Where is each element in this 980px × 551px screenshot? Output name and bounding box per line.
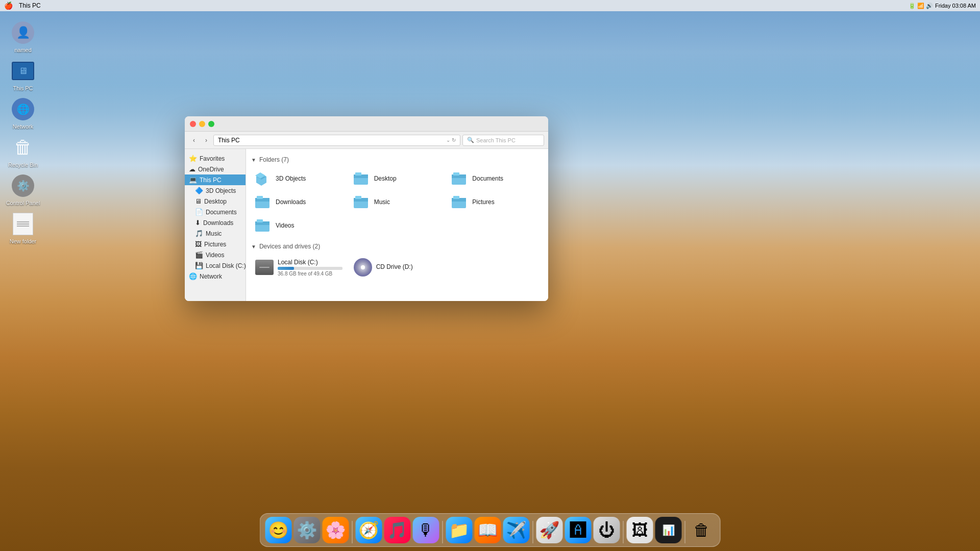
drive-item-cdd[interactable]: CD Drive (D:) [350, 255, 445, 280]
sidebar-item-thispc-label: This PC [200, 177, 222, 184]
svg-rect-8 [453, 172, 459, 176]
documents-sidebar-icon: 📄 [195, 208, 203, 216]
desktop-icon-network-label: Network [13, 123, 33, 130]
dock-icon-finder[interactable]: 😊 [265, 517, 292, 543]
forward-button[interactable]: › [201, 135, 211, 145]
network-sidebar-icon: 🌐 [189, 272, 197, 280]
desktop-icon-recycle[interactable]: 🗑 Recycle Bin [5, 135, 41, 168]
dock-icon-preview[interactable]: 🖼 [627, 517, 653, 543]
sidebar-item-music[interactable]: 🎵 Music [185, 228, 246, 239]
dock-icon-launchpad[interactable]: 🌸 [323, 517, 349, 543]
sidebar-item-videos[interactable]: 🎬 Videos [185, 249, 246, 260]
folder-item-documents[interactable]: Documents [448, 168, 543, 189]
folders-section-header[interactable]: ▼ Folders (7) [251, 156, 543, 163]
sidebar-item-downloads[interactable]: ⬇ Downloads [185, 217, 246, 228]
window-minimize-button[interactable] [199, 121, 205, 127]
folders-grid: 3D Objects Desktop Documents [251, 168, 543, 236]
folder-item-videos[interactable]: Videos [251, 215, 347, 236]
window-body: ⭐ Favorites ☁ OneDrive 💻 This PC 🔷 3D Ob… [185, 149, 548, 301]
dock-icon-siri[interactable]: 🎙 [413, 517, 439, 543]
power-icon: ⏻ [599, 521, 615, 540]
dock-icon-settings[interactable]: ⚙️ [294, 517, 321, 543]
menubar-right: 🔋 📶 🔊 Friday 03:08 AM [909, 3, 976, 9]
testflight-icon: ✈️ [506, 520, 527, 540]
sidebar-item-network[interactable]: 🌐 Network [185, 271, 246, 282]
folder-name-videos: Videos [276, 222, 294, 229]
svg-rect-17 [453, 196, 459, 199]
videos-sidebar-icon: 🎬 [195, 251, 203, 259]
user-icon: 👤 [11, 20, 35, 45]
sidebar-item-documents[interactable]: 📄 Documents [185, 207, 246, 217]
thispc-sidebar-icon: 💻 [189, 176, 197, 184]
sidebar-item-pictures[interactable]: 🖼 Pictures [185, 239, 246, 249]
dock-icon-files[interactable]: 📁 [446, 517, 473, 543]
onedrive-icon: ☁ [189, 165, 195, 173]
drive-bar-fill-localc [278, 267, 294, 270]
dock-icon-music[interactable]: 🎵 [384, 517, 411, 543]
main-content: ▼ Folders (7) 3D Objects [246, 149, 548, 301]
desktop-icon-recycle-label: Recycle Bin [8, 162, 38, 168]
dock-icon-testflight[interactable]: ✈️ [503, 517, 530, 543]
dock-icon-power[interactable]: ⏻ [594, 517, 620, 543]
folder-name-3dobjects: 3D Objects [276, 175, 306, 182]
drives-grid: Local Disk (C:) 36.8 GB free of 49.4 GB [251, 255, 543, 280]
drives-section-label: Devices and drives (2) [259, 243, 320, 250]
folder-icon-3dobjects [255, 171, 272, 186]
folder-icon-downloads [255, 195, 272, 209]
sidebar-item-desktop-label: Desktop [204, 198, 227, 205]
sidebar-item-onedrive[interactable]: ☁ OneDrive [185, 164, 246, 174]
desktop-icon-network[interactable]: 🌐 Network [5, 97, 41, 130]
dock: 😊 ⚙️ 🌸 🧭 🎵 🎙 📁 📖 ✈️ 🚀 [260, 513, 721, 547]
desktop-icon-controlpanel[interactable]: ⚙️ Control Panel [5, 173, 41, 206]
desktop-icon-thispc[interactable]: 🖥 This PC [5, 59, 41, 91]
search-box[interactable]: 🔍 Search This PC [462, 135, 544, 146]
sidebar-item-favorites[interactable]: ⭐ Favorites [185, 153, 246, 164]
sidebar-item-network-label: Network [200, 273, 222, 280]
dock-separator-1 [352, 521, 353, 543]
svg-rect-5 [355, 172, 361, 176]
window-maximize-button[interactable] [208, 121, 214, 127]
newfolder-icon [11, 212, 35, 236]
drives-section-header[interactable]: ▼ Devices and drives (2) [251, 243, 543, 250]
datetime: Friday 03:08 AM [935, 3, 976, 9]
folder-name-downloads: Downloads [276, 198, 306, 206]
window-close-button[interactable] [190, 121, 196, 127]
search-placeholder: Search This PC [476, 137, 516, 143]
desktop-icon-thispc-label: This PC [13, 85, 33, 91]
app-name: This PC [19, 2, 41, 9]
folder-item-desktop[interactable]: Desktop [350, 168, 445, 189]
dock-icon-stocks[interactable]: 📊 [655, 517, 682, 543]
dock-separator-3 [533, 521, 533, 543]
sidebar-item-music-label: Music [206, 230, 222, 237]
back-button[interactable]: ‹ [189, 135, 199, 145]
window-titlebar [185, 116, 548, 132]
drive-item-localc[interactable]: Local Disk (C:) 36.8 GB free of 49.4 GB [251, 255, 347, 280]
downloads-sidebar-icon: ⬇ [195, 219, 201, 227]
stocks-icon: 📊 [662, 524, 675, 536]
favorites-icon: ⭐ [189, 155, 197, 162]
sidebar-item-localc[interactable]: 💾 Local Disk (C:) [185, 260, 246, 271]
sidebar-item-3dobjects-label: 3D Objects [206, 187, 236, 194]
folder-item-pictures[interactable]: Pictures [448, 192, 543, 212]
folder-item-music[interactable]: Music [350, 192, 445, 212]
dock-icon-rocket[interactable]: 🚀 [536, 517, 563, 543]
address-bar[interactable]: This PC ⌄ ↻ [213, 135, 460, 146]
folder-item-3dobjects[interactable]: 3D Objects [251, 168, 347, 189]
address-chevron: ⌄ ↻ [446, 137, 456, 143]
desktop-icon-named[interactable]: 👤 named [5, 20, 41, 53]
desktop-icon-newfolder[interactable]: New folder [5, 212, 41, 244]
sidebar-item-thispc[interactable]: 💻 This PC [185, 174, 246, 185]
sidebar-item-desktop[interactable]: 🖥 Desktop [185, 196, 246, 207]
files-icon: 📁 [449, 520, 470, 540]
music-sidebar-icon: 🎵 [195, 230, 203, 237]
folder-icon-music [354, 195, 370, 209]
dock-icon-safari[interactable]: 🧭 [356, 517, 382, 543]
dock-icon-appstore[interactable]: 🅰 [565, 517, 592, 543]
sidebar-item-3dobjects[interactable]: 🔷 3D Objects [185, 185, 246, 196]
apple-menu[interactable]: 🍎 [4, 2, 13, 10]
dock-icon-trash[interactable]: 🗑 [689, 517, 715, 543]
folder-item-downloads[interactable]: Downloads [251, 192, 347, 212]
dock-icon-books[interactable]: 📖 [475, 517, 501, 543]
desktop-icon-controlpanel-label: Control Panel [6, 200, 40, 206]
settings-icon: ⚙️ [297, 520, 317, 540]
